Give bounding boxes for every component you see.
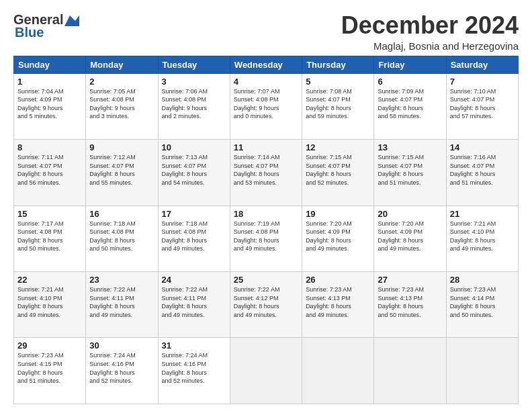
table-cell: 18 Sunrise: 7:19 AMSunset: 4:08 PMDaylig… (230, 205, 302, 271)
header-wednesday: Wednesday (230, 56, 302, 73)
table-cell: 13 Sunrise: 7:15 AMSunset: 4:07 PMDaylig… (374, 140, 446, 205)
table-row: 1 Sunrise: 7:04 AMSunset: 4:09 PMDayligh… (14, 73, 519, 139)
header-sunday: Sunday (14, 56, 86, 73)
logo-icon (64, 15, 79, 26)
table-cell: 22 Sunrise: 7:21 AMSunset: 4:10 PMDaylig… (14, 272, 86, 338)
table-cell: 28 Sunrise: 7:23 AMSunset: 4:14 PMDaylig… (446, 272, 518, 338)
table-cell: 3 Sunrise: 7:06 AMSunset: 4:08 PMDayligh… (158, 73, 230, 139)
table-cell: 9 Sunrise: 7:12 AMSunset: 4:07 PMDayligh… (86, 140, 158, 205)
table-cell-empty (230, 338, 302, 404)
table-cell: 14 Sunrise: 7:16 AMSunset: 4:07 PMDaylig… (446, 140, 518, 205)
table-cell-empty (374, 338, 446, 404)
table-cell: 5 Sunrise: 7:08 AMSunset: 4:07 PMDayligh… (302, 73, 374, 139)
header-thursday: Thursday (302, 56, 374, 73)
logo-blue-text: Blue (15, 25, 44, 40)
table-cell: 10 Sunrise: 7:13 AMSunset: 4:07 PMDaylig… (158, 140, 230, 205)
header-monday: Monday (86, 56, 158, 73)
logo: General Blue (13, 12, 79, 40)
table-cell: 15 Sunrise: 7:17 AMSunset: 4:08 PMDaylig… (14, 205, 86, 271)
location-title: Maglaj, Bosnia and Herzegovina (341, 40, 519, 52)
table-row: 15 Sunrise: 7:17 AMSunset: 4:08 PMDaylig… (14, 205, 519, 271)
table-cell: 24 Sunrise: 7:22 AMSunset: 4:11 PMDaylig… (158, 272, 230, 338)
month-title: December 2024 (341, 12, 519, 39)
header-saturday: Saturday (446, 56, 518, 73)
table-cell: 27 Sunrise: 7:23 AMSunset: 4:13 PMDaylig… (374, 272, 446, 338)
table-cell: 26 Sunrise: 7:23 AMSunset: 4:13 PMDaylig… (302, 272, 374, 338)
page: General Blue December 2024 Maglaj, Bosni… (0, 0, 532, 411)
table-cell: 17 Sunrise: 7:18 AMSunset: 4:08 PMDaylig… (158, 205, 230, 271)
table-cell: 19 Sunrise: 7:20 AMSunset: 4:09 PMDaylig… (302, 205, 374, 271)
table-cell: 30 Sunrise: 7:24 AMSunset: 4:16 PMDaylig… (86, 338, 158, 404)
table-cell: 16 Sunrise: 7:18 AMSunset: 4:08 PMDaylig… (86, 205, 158, 271)
svg-marker-0 (64, 15, 79, 26)
table-row: 29 Sunrise: 7:23 AMSunset: 4:15 PMDaylig… (14, 338, 519, 404)
calendar-table: Sunday Monday Tuesday Wednesday Thursday… (13, 56, 519, 404)
table-cell: 8 Sunrise: 7:11 AMSunset: 4:07 PMDayligh… (14, 140, 86, 205)
table-cell: 25 Sunrise: 7:22 AMSunset: 4:12 PMDaylig… (230, 272, 302, 338)
calendar-header-row: Sunday Monday Tuesday Wednesday Thursday… (14, 56, 519, 73)
table-cell: 11 Sunrise: 7:14 AMSunset: 4:07 PMDaylig… (230, 140, 302, 205)
table-row: 8 Sunrise: 7:11 AMSunset: 4:07 PMDayligh… (14, 140, 519, 205)
table-cell: 23 Sunrise: 7:22 AMSunset: 4:11 PMDaylig… (86, 272, 158, 338)
header: General Blue December 2024 Maglaj, Bosni… (13, 12, 519, 52)
header-tuesday: Tuesday (158, 56, 230, 73)
table-cell: 1 Sunrise: 7:04 AMSunset: 4:09 PMDayligh… (14, 73, 86, 139)
table-cell: 7 Sunrise: 7:10 AMSunset: 4:07 PMDayligh… (446, 73, 518, 139)
table-cell: 31 Sunrise: 7:24 AMSunset: 4:16 PMDaylig… (158, 338, 230, 404)
title-block: December 2024 Maglaj, Bosnia and Herzego… (341, 12, 519, 52)
table-cell: 4 Sunrise: 7:07 AMSunset: 4:08 PMDayligh… (230, 73, 302, 139)
table-cell-empty (446, 338, 518, 404)
table-cell: 12 Sunrise: 7:15 AMSunset: 4:07 PMDaylig… (302, 140, 374, 205)
header-friday: Friday (374, 56, 446, 73)
table-cell: 29 Sunrise: 7:23 AMSunset: 4:15 PMDaylig… (14, 338, 86, 404)
table-cell: 21 Sunrise: 7:21 AMSunset: 4:10 PMDaylig… (446, 205, 518, 271)
table-cell: 6 Sunrise: 7:09 AMSunset: 4:07 PMDayligh… (374, 73, 446, 139)
table-cell: 2 Sunrise: 7:05 AMSunset: 4:08 PMDayligh… (86, 73, 158, 139)
table-row: 22 Sunrise: 7:21 AMSunset: 4:10 PMDaylig… (14, 272, 519, 338)
table-cell-empty (302, 338, 374, 404)
table-cell: 20 Sunrise: 7:20 AMSunset: 4:09 PMDaylig… (374, 205, 446, 271)
